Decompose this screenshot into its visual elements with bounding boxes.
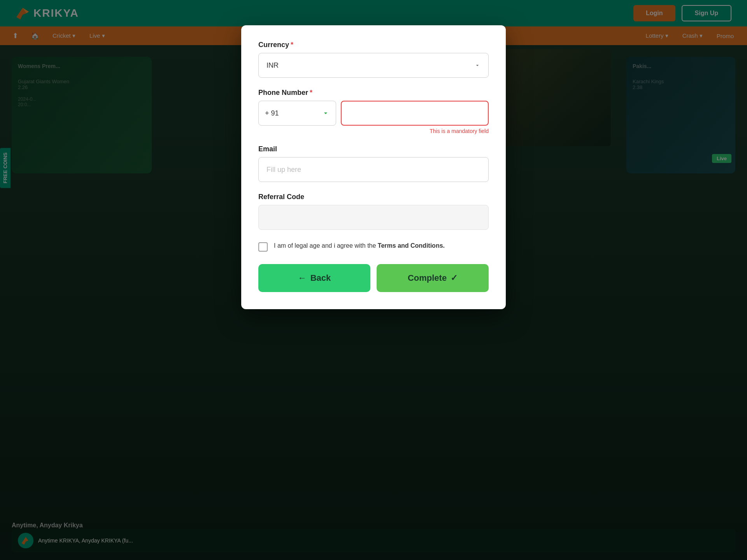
currency-required-star: * xyxy=(291,41,293,49)
terms-row: I am of legal age and i agree with the T… xyxy=(258,241,489,252)
referral-group: Referral Code xyxy=(258,193,489,230)
email-label: Email xyxy=(258,145,489,153)
currency-select[interactable]: INR USD EUR GBP xyxy=(258,53,489,78)
terms-text: I am of legal age and i agree with the T… xyxy=(274,241,445,251)
complete-button[interactable]: Complete ✓ xyxy=(377,264,489,292)
back-arrow-icon: ← xyxy=(298,273,307,283)
terms-link[interactable]: Terms and Conditions. xyxy=(378,242,445,249)
phone-label: Phone Number* xyxy=(258,89,489,97)
currency-label: Currency* xyxy=(258,41,489,49)
phone-input[interactable] xyxy=(341,101,489,126)
referral-input[interactable] xyxy=(258,205,489,230)
currency-group: Currency* INR USD EUR GBP xyxy=(258,41,489,78)
buttons-row: ← Login Back Complete ✓ xyxy=(258,264,489,292)
phone-required-star: * xyxy=(310,89,312,96)
country-code-select[interactable]: + 91 + 1 + 44 xyxy=(258,101,336,126)
email-input[interactable] xyxy=(258,157,489,182)
checkmark-icon: ✓ xyxy=(451,273,458,283)
phone-group: Phone Number* + 91 + 1 + 44 This is a ma… xyxy=(258,89,489,134)
registration-modal: Currency* INR USD EUR GBP Phone Number* … xyxy=(241,25,506,309)
phone-error-text: This is a mandatory field xyxy=(258,128,489,134)
referral-label: Referral Code xyxy=(258,193,489,201)
phone-row: + 91 + 1 + 44 xyxy=(258,101,489,126)
email-group: Email xyxy=(258,145,489,182)
terms-checkbox[interactable] xyxy=(258,242,268,252)
back-button[interactable]: ← Login Back xyxy=(258,264,370,292)
